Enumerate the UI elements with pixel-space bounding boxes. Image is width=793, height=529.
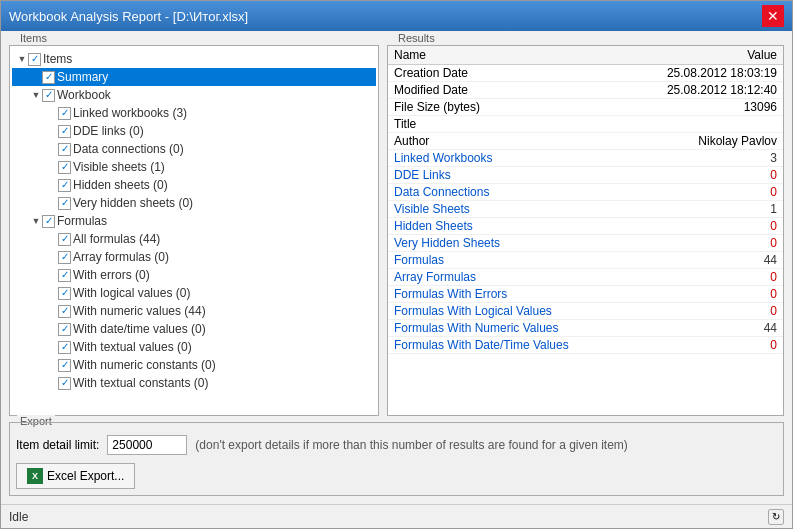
checkbox-visible-sheets[interactable]	[58, 161, 71, 174]
status-bar: Idle ↻	[1, 504, 792, 528]
expand-arrow-linked-workbooks[interactable]	[46, 107, 58, 119]
results-row-9: Hidden Sheets0	[388, 218, 783, 235]
export-row: Item detail limit: (don't export details…	[16, 435, 777, 455]
tree-item-data-connections[interactable]: Data connections (0)	[12, 140, 376, 158]
tree-container[interactable]: ▼ItemsSummary▼WorkbookLinked workbooks (…	[10, 46, 378, 415]
checkbox-datetime-values[interactable]	[58, 323, 71, 336]
expand-arrow-all-formulas[interactable]	[46, 233, 58, 245]
top-panels: Items ▼ItemsSummary▼WorkbookLinked workb…	[9, 39, 784, 416]
expand-arrow-root[interactable]: ▼	[16, 53, 28, 65]
expand-arrow-numeric-constants[interactable]	[46, 359, 58, 371]
result-value-8: 1	[627, 201, 783, 218]
export-section: Export Item detail limit: (don't export …	[9, 422, 784, 496]
checkbox-linked-workbooks[interactable]	[58, 107, 71, 120]
checkbox-root[interactable]	[28, 53, 41, 66]
tree-item-textual-constants[interactable]: With textual constants (0)	[12, 374, 376, 392]
results-section: Results NameValueCreation Date25.08.2012…	[387, 39, 784, 416]
checkbox-with-errors[interactable]	[58, 269, 71, 282]
excel-export-button[interactable]: X Excel Export...	[16, 463, 135, 489]
checkbox-data-connections[interactable]	[58, 143, 71, 156]
result-value-11: 44	[627, 252, 783, 269]
result-value-7: 0	[627, 184, 783, 201]
tree-item-label-data-connections: Data connections (0)	[73, 141, 184, 157]
checkbox-numeric-values[interactable]	[58, 305, 71, 318]
tree-item-with-errors[interactable]: With errors (0)	[12, 266, 376, 284]
expand-arrow-textual-values[interactable]	[46, 341, 58, 353]
checkbox-textual-values[interactable]	[58, 341, 71, 354]
expand-arrow-dde-links[interactable]	[46, 125, 58, 137]
window-title: Workbook Analysis Report - [D:\Итог.xlsx…	[9, 9, 248, 24]
tree-item-datetime-values[interactable]: With date/time values (0)	[12, 320, 376, 338]
checkbox-logical-values[interactable]	[58, 287, 71, 300]
result-name-15: Formulas With Numeric Values	[388, 320, 627, 337]
tree-item-label-root: Items	[43, 51, 72, 67]
tree-item-very-hidden-sheets[interactable]: Very hidden sheets (0)	[12, 194, 376, 212]
expand-arrow-very-hidden-sheets[interactable]	[46, 197, 58, 209]
checkbox-dde-links[interactable]	[58, 125, 71, 138]
tree-item-root[interactable]: ▼Items	[12, 50, 376, 68]
tree-item-numeric-constants[interactable]: With numeric constants (0)	[12, 356, 376, 374]
results-row-14: Formulas With Logical Values0	[388, 303, 783, 320]
main-window: Workbook Analysis Report - [D:\Итог.xlsx…	[0, 0, 793, 529]
results-row-4: AuthorNikolay Pavlov	[388, 133, 783, 150]
expand-arrow-formulas[interactable]: ▼	[30, 215, 42, 227]
expand-arrow-numeric-values[interactable]	[46, 305, 58, 317]
result-value-2: 13096	[627, 99, 783, 116]
tree-item-array-formulas[interactable]: Array formulas (0)	[12, 248, 376, 266]
expand-arrow-logical-values[interactable]	[46, 287, 58, 299]
status-text: Idle	[9, 510, 28, 524]
tree-item-label-hidden-sheets: Hidden sheets (0)	[73, 177, 168, 193]
result-value-9: 0	[627, 218, 783, 235]
result-value-15: 44	[627, 320, 783, 337]
result-name-14: Formulas With Logical Values	[388, 303, 627, 320]
tree-item-logical-values[interactable]: With logical values (0)	[12, 284, 376, 302]
expand-arrow-summary[interactable]	[30, 71, 42, 83]
export-note: (don't export details if more than this …	[195, 438, 628, 452]
tree-item-label-very-hidden-sheets: Very hidden sheets (0)	[73, 195, 193, 211]
main-content: Items ▼ItemsSummary▼WorkbookLinked workb…	[1, 31, 792, 504]
tree-item-textual-values[interactable]: With textual values (0)	[12, 338, 376, 356]
result-value-6: 0	[627, 167, 783, 184]
result-name-4: Author	[388, 133, 627, 150]
tree-item-label-numeric-values: With numeric values (44)	[73, 303, 206, 319]
checkbox-summary[interactable]	[42, 71, 55, 84]
results-row-10: Very Hidden Sheets0	[388, 235, 783, 252]
title-bar: Workbook Analysis Report - [D:\Итог.xlsx…	[1, 1, 792, 31]
checkbox-very-hidden-sheets[interactable]	[58, 197, 71, 210]
item-detail-input[interactable]	[107, 435, 187, 455]
result-name-0: Creation Date	[388, 65, 627, 82]
result-name-1: Modified Date	[388, 82, 627, 99]
expand-arrow-with-errors[interactable]	[46, 269, 58, 281]
tree-item-label-summary: Summary	[57, 69, 108, 85]
tree-item-label-datetime-values: With date/time values (0)	[73, 321, 206, 337]
tree-item-all-formulas[interactable]: All formulas (44)	[12, 230, 376, 248]
results-table-container[interactable]: NameValueCreation Date25.08.2012 18:03:1…	[388, 46, 783, 415]
expand-arrow-visible-sheets[interactable]	[46, 161, 58, 173]
checkbox-textual-constants[interactable]	[58, 377, 71, 390]
tree-item-workbook[interactable]: ▼Workbook	[12, 86, 376, 104]
results-row-0: Creation Date25.08.2012 18:03:19	[388, 65, 783, 82]
expand-arrow-textual-constants[interactable]	[46, 377, 58, 389]
expand-arrow-datetime-values[interactable]	[46, 323, 58, 335]
checkbox-all-formulas[interactable]	[58, 233, 71, 246]
tree-item-hidden-sheets[interactable]: Hidden sheets (0)	[12, 176, 376, 194]
checkbox-workbook[interactable]	[42, 89, 55, 102]
results-panel: NameValueCreation Date25.08.2012 18:03:1…	[387, 45, 784, 416]
checkbox-numeric-constants[interactable]	[58, 359, 71, 372]
tree-item-formulas[interactable]: ▼Formulas	[12, 212, 376, 230]
results-row-13: Formulas With Errors0	[388, 286, 783, 303]
checkbox-hidden-sheets[interactable]	[58, 179, 71, 192]
expand-arrow-hidden-sheets[interactable]	[46, 179, 58, 191]
results-label: Results	[395, 32, 438, 44]
tree-item-linked-workbooks[interactable]: Linked workbooks (3)	[12, 104, 376, 122]
checkbox-array-formulas[interactable]	[58, 251, 71, 264]
close-button[interactable]: ✕	[762, 5, 784, 27]
expand-arrow-workbook[interactable]: ▼	[30, 89, 42, 101]
checkbox-formulas[interactable]	[42, 215, 55, 228]
tree-item-dde-links[interactable]: DDE links (0)	[12, 122, 376, 140]
tree-item-summary[interactable]: Summary	[12, 68, 376, 86]
tree-item-visible-sheets[interactable]: Visible sheets (1)	[12, 158, 376, 176]
expand-arrow-array-formulas[interactable]	[46, 251, 58, 263]
tree-item-numeric-values[interactable]: With numeric values (44)	[12, 302, 376, 320]
expand-arrow-data-connections[interactable]	[46, 143, 58, 155]
